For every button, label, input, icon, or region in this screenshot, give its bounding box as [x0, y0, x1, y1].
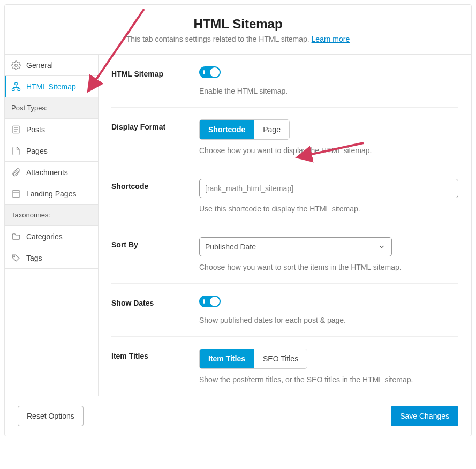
sidebar-group-taxonomies: Taxonomies:: [5, 205, 98, 226]
landing-icon: [11, 189, 21, 199]
sidebar-item-landing-pages[interactable]: Landing Pages: [5, 183, 98, 205]
setting-control: Enable the HTML sitemap.: [199, 66, 458, 95]
page-subtitle: This tab contains settings related to th…: [16, 35, 460, 43]
sidebar-group-label: Post Types:: [11, 104, 48, 112]
item-titles-segmented: Item Titles SEO Titles: [199, 349, 307, 369]
toggle-on-indicator: [203, 299, 205, 304]
setting-desc: Choose how you want to sort the items in…: [199, 263, 458, 271]
setting-control: Shortcode Page Choose how you want to di…: [199, 119, 458, 155]
sidebar-item-pages[interactable]: Pages: [5, 140, 98, 162]
setting-sort-by: Sort By Published Date Choose how you wa…: [111, 225, 458, 284]
sitemap-icon: [11, 82, 21, 92]
header: HTML Sitemap This tab contains settings …: [5, 5, 471, 54]
subtitle-text: This tab contains settings related to th…: [126, 35, 312, 43]
sidebar-item-label: Posts: [26, 125, 45, 134]
setting-control: Published Date Choose how you want to so…: [199, 237, 458, 271]
svg-point-10: [14, 255, 15, 256]
attachment-icon: [11, 168, 21, 177]
sidebar-item-label: Landing Pages: [26, 190, 76, 198]
setting-label: Item Titles: [111, 349, 199, 384]
sidebar-item-label: Tags: [26, 254, 42, 262]
svg-rect-2: [12, 88, 15, 90]
sidebar-item-attachments[interactable]: Attachments: [5, 162, 98, 183]
svg-rect-3: [18, 88, 20, 90]
setting-label: HTML Sitemap: [111, 66, 199, 95]
svg-rect-1: [15, 82, 18, 85]
learn-more-link[interactable]: Learn more: [312, 35, 350, 43]
display-format-page[interactable]: Page: [254, 120, 289, 139]
setting-label: Shortcode: [111, 179, 199, 213]
tag-icon: [11, 253, 21, 263]
setting-desc: Show published dates for each post & pag…: [199, 316, 458, 324]
settings-panel: HTML Sitemap Enable the HTML sitemap. Di…: [99, 55, 471, 396]
item-titles-seo[interactable]: SEO Titles: [254, 349, 307, 368]
sidebar-item-label: Attachments: [26, 168, 68, 177]
setting-item-titles: Item Titles Item Titles SEO Titles Show …: [111, 337, 458, 396]
sidebar-group-post-types: Post Types:: [5, 97, 98, 119]
html-sitemap-toggle[interactable]: [199, 66, 221, 78]
setting-label: Show Dates: [111, 296, 199, 324]
footer: Reset Options Save Changes: [5, 396, 471, 436]
sidebar-item-general[interactable]: General: [5, 55, 98, 76]
setting-control: Item Titles SEO Titles Show the post/ter…: [199, 349, 458, 384]
setting-desc: Choose how you want to display the HTML …: [199, 146, 458, 155]
sidebar: General HTML Sitemap Post Types: Posts P…: [5, 55, 99, 396]
sidebar-item-posts[interactable]: Posts: [5, 119, 98, 140]
shortcode-input[interactable]: [199, 179, 458, 198]
item-titles-item[interactable]: Item Titles: [200, 349, 254, 368]
settings-card: HTML Sitemap This tab contains settings …: [4, 4, 472, 436]
show-dates-toggle[interactable]: [199, 296, 221, 307]
save-changes-button[interactable]: Save Changes: [391, 406, 458, 426]
sidebar-item-categories[interactable]: Categories: [5, 226, 98, 247]
toggle-knob: [210, 67, 220, 77]
sidebar-item-tags[interactable]: Tags: [5, 247, 98, 269]
display-format-shortcode[interactable]: Shortcode: [200, 120, 254, 139]
body: General HTML Sitemap Post Types: Posts P…: [5, 55, 471, 396]
setting-desc: Enable the HTML sitemap.: [199, 87, 458, 95]
setting-html-sitemap: HTML Sitemap Enable the HTML sitemap.: [111, 55, 458, 108]
setting-control: Use this shortcode to display the HTML s…: [199, 179, 458, 213]
setting-label: Display Format: [111, 119, 199, 155]
sidebar-item-label: General: [26, 61, 53, 70]
sidebar-item-html-sitemap[interactable]: HTML Sitemap: [5, 76, 98, 97]
sidebar-item-label: Pages: [26, 147, 48, 155]
setting-desc: Show the post/term titles, or the SEO ti…: [199, 375, 458, 384]
sort-by-select-wrap: Published Date: [199, 237, 392, 256]
svg-rect-8: [13, 190, 19, 198]
toggle-on-indicator: [203, 70, 205, 74]
setting-show-dates: Show Dates Show published dates for each…: [111, 284, 458, 337]
svg-point-0: [15, 64, 18, 66]
toggle-knob: [210, 297, 220, 306]
gear-icon: [11, 60, 21, 70]
setting-label: Sort By: [111, 237, 199, 271]
page-title: HTML Sitemap: [16, 17, 460, 32]
setting-shortcode: Shortcode Use this shortcode to display …: [111, 167, 458, 225]
folder-icon: [11, 232, 21, 241]
posts-icon: [11, 125, 21, 134]
display-format-segmented: Shortcode Page: [199, 119, 290, 140]
setting-desc: Use this shortcode to display the HTML s…: [199, 205, 458, 213]
sidebar-item-label: Categories: [26, 232, 63, 241]
setting-display-format: Display Format Shortcode Page Choose how…: [111, 108, 458, 167]
pages-icon: [11, 146, 21, 156]
sidebar-item-label: HTML Sitemap: [26, 82, 76, 91]
reset-options-button[interactable]: Reset Options: [18, 406, 84, 426]
setting-control: Show published dates for each post & pag…: [199, 296, 458, 324]
sort-by-select[interactable]: Published Date: [199, 237, 392, 256]
sidebar-group-label: Taxonomies:: [11, 211, 50, 219]
